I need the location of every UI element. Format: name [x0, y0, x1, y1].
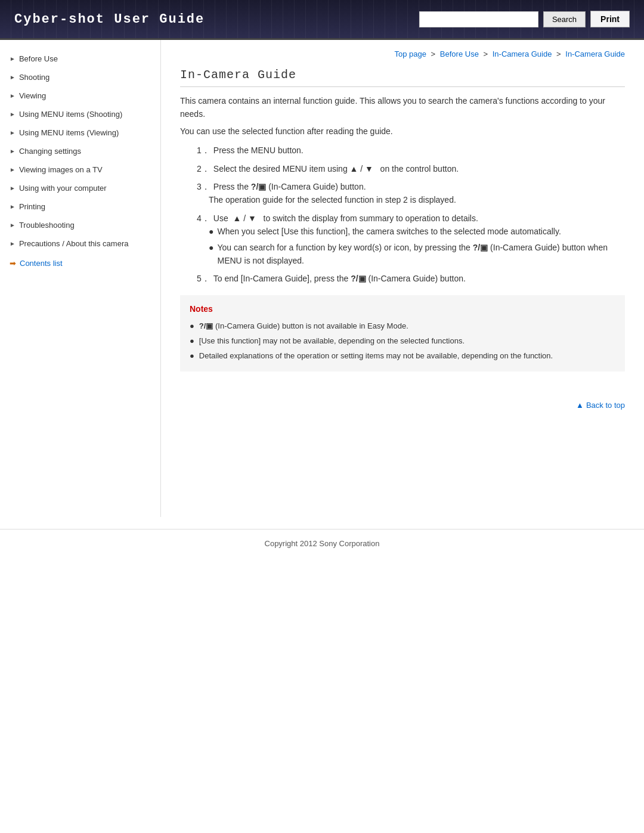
breadcrumb: Top page > Before Use > In-Camera Guide …	[180, 49, 625, 58]
sidebar-item-label: Viewing images on a TV	[19, 165, 103, 174]
arrow-icon: ►	[10, 74, 16, 80]
sidebar-item-label: Before Use	[19, 54, 58, 63]
sidebar-item-8[interactable]: ►Printing	[0, 197, 160, 216]
sidebar-item-label: Changing settings	[19, 147, 81, 156]
sidebar-item-4[interactable]: ►Using MENU items (Viewing)	[0, 123, 160, 142]
sidebar-item-label: Viewing	[19, 91, 46, 100]
steps-list: 1．Press the MENU button. 2．Select the de…	[194, 144, 625, 286]
sidebar-item-label: Printing	[19, 202, 45, 211]
step-4-sub-2: ● You can search for a function by key w…	[209, 241, 625, 268]
notes-box: Notes ● ?/▣ (In-Camera Guide) button is …	[180, 295, 625, 372]
header-controls: Search Print	[419, 11, 630, 27]
step-2: 2．Select the desired MENU item using ▲ /…	[194, 162, 625, 175]
footer: Copyright 2012 Sony Corporation	[0, 529, 644, 558]
main-layout: ►Before Use►Shooting►Viewing►Using MENU …	[0, 40, 644, 517]
arrow-icon: ►	[10, 203, 16, 210]
sidebar-item-10[interactable]: ►Precautions / About this camera	[0, 234, 160, 253]
triangle-icon: ▲	[576, 401, 584, 410]
intro-paragraph-1: This camera contains an internal functio…	[180, 94, 625, 121]
note-1: ● ?/▣ (In-Camera Guide) button is not av…	[190, 320, 615, 333]
sidebar-item-5[interactable]: ►Changing settings	[0, 142, 160, 160]
breadcrumb-in-camera-guide-1[interactable]: In-Camera Guide	[493, 49, 552, 58]
notes-title: Notes	[190, 302, 615, 315]
arrow-icon: ►	[10, 240, 16, 247]
copyright-text: Copyright 2012 Sony Corporation	[265, 539, 380, 548]
sidebar-item-2[interactable]: ►Viewing	[0, 86, 160, 105]
note-3: ● Detailed explanations of the operation…	[190, 350, 615, 363]
step-1: 1．Press the MENU button.	[194, 144, 625, 157]
arrow-icon: ►	[10, 166, 16, 173]
arrow-icon: ►	[10, 92, 16, 99]
contents-list-label: Contents list	[20, 259, 63, 268]
arrow-icon: ►	[10, 55, 16, 62]
note-2: ● [Use this function] may not be availab…	[190, 335, 615, 348]
search-input[interactable]	[419, 11, 538, 27]
step-3: 3．Press the ?/▣ (In-Camera Guide) button…	[194, 180, 625, 207]
arrow-icon: ►	[10, 129, 16, 136]
site-title: Cyber-shot User Guide	[14, 12, 205, 27]
notes-list: ● ?/▣ (In-Camera Guide) button is not av…	[190, 320, 615, 362]
back-to-top-link[interactable]: ▲Back to top	[576, 401, 625, 410]
step-4: 4．Use ▲ / ▼ to switch the display from s…	[194, 212, 625, 268]
sidebar-item-1[interactable]: ►Shooting	[0, 68, 160, 86]
print-button[interactable]: Print	[590, 11, 630, 27]
breadcrumb-current: In-Camera Guide	[565, 49, 625, 58]
arrow-icon: ►	[10, 148, 16, 154]
sidebar-item-label: Precautions / About this camera	[19, 239, 129, 248]
breadcrumb-top-page[interactable]: Top page	[394, 49, 426, 58]
sidebar-item-6[interactable]: ►Viewing images on a TV	[0, 160, 160, 179]
sidebar-item-label: Using with your computer	[19, 184, 107, 193]
arrow-icon: ►	[10, 111, 16, 117]
contents-list-link[interactable]: ➡Contents list	[0, 253, 160, 274]
content-area: Top page > Before Use > In-Camera Guide …	[161, 40, 644, 517]
sidebar-item-label: Using MENU items (Viewing)	[19, 128, 119, 137]
sidebar: ►Before Use►Shooting►Viewing►Using MENU …	[0, 40, 161, 517]
sidebar-item-7[interactable]: ►Using with your computer	[0, 179, 160, 197]
arrow-icon: ►	[10, 222, 16, 228]
page-title: In-Camera Guide	[180, 68, 625, 87]
arrow-icon: ►	[10, 185, 16, 191]
search-button[interactable]: Search	[543, 11, 586, 27]
sidebar-item-9[interactable]: ►Troubleshooting	[0, 216, 160, 234]
sidebar-item-label: Using MENU items (Shooting)	[19, 110, 122, 119]
sidebar-item-label: Shooting	[19, 73, 49, 82]
breadcrumb-before-use[interactable]: Before Use	[440, 49, 479, 58]
header: Cyber-shot User Guide Search Print	[0, 0, 644, 40]
step-5: 5．To end [In-Camera Guide], press the ?/…	[194, 272, 625, 285]
arrow-right-icon: ➡	[10, 259, 16, 268]
content-body: This camera contains an internal functio…	[180, 94, 625, 371]
sidebar-item-0[interactable]: ►Before Use	[0, 49, 160, 68]
sidebar-item-3[interactable]: ►Using MENU items (Shooting)	[0, 105, 160, 123]
intro-paragraph-2: You can use the selected function after …	[180, 125, 625, 138]
back-to-top-row: ▲Back to top	[180, 395, 625, 410]
sidebar-item-label: Troubleshooting	[19, 221, 75, 230]
step-4-sub-1: ● When you select [Use this function], t…	[209, 225, 625, 238]
